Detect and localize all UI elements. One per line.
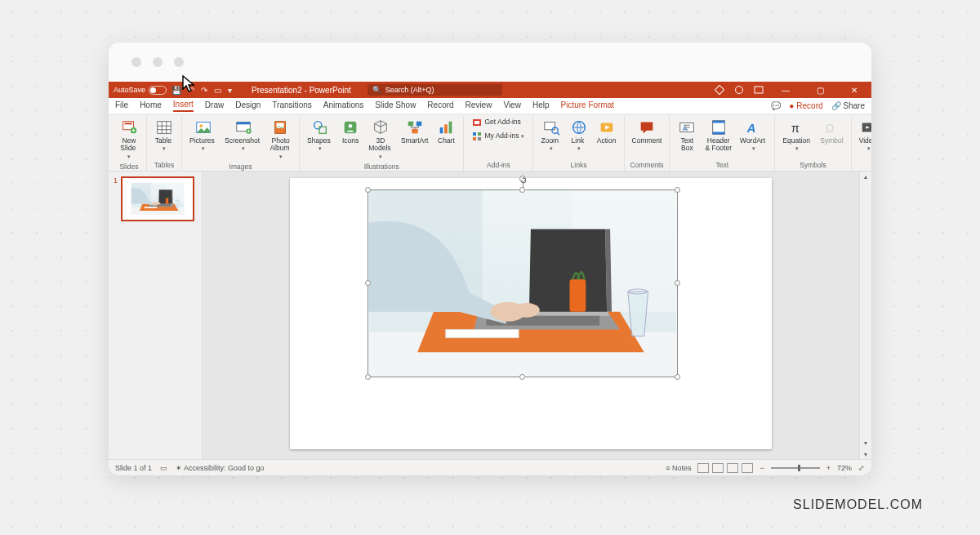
slide-canvas[interactable] bbox=[203, 172, 859, 459]
resize-handle-nw[interactable] bbox=[365, 187, 371, 193]
resize-handle-ne[interactable] bbox=[675, 187, 680, 193]
tab-draw[interactable]: Draw bbox=[205, 100, 224, 111]
comments-pane-icon[interactable]: 💬 bbox=[771, 101, 781, 110]
svg-rect-0 bbox=[715, 85, 724, 94]
svg-rect-27 bbox=[478, 132, 481, 136]
traffic-close-icon[interactable] bbox=[131, 57, 141, 67]
ribbon-group-images: Pictures ▾Screenshot ▾Photo Album ▾Image… bbox=[182, 116, 300, 171]
selection-rect[interactable] bbox=[368, 189, 678, 377]
tab-home[interactable]: Home bbox=[140, 100, 162, 111]
tab-design[interactable]: Design bbox=[235, 100, 261, 111]
resize-handle-s[interactable] bbox=[519, 374, 525, 380]
equation-button[interactable]: πEquation ▾ bbox=[779, 116, 815, 154]
minimize-button[interactable]: — bbox=[773, 86, 798, 95]
wordart-button[interactable]: AWordArt ▾ bbox=[737, 116, 770, 154]
svg-rect-25 bbox=[474, 121, 479, 124]
text-box-button[interactable]: AText Box bbox=[674, 116, 700, 155]
slide[interactable] bbox=[290, 178, 772, 449]
language-icon[interactable]: ▭ bbox=[160, 464, 167, 472]
inserted-picture[interactable] bbox=[368, 190, 677, 377]
notes-button[interactable]: ≡ Notes bbox=[666, 464, 691, 472]
rotation-handle[interactable] bbox=[519, 176, 526, 182]
normal-view-icon[interactable] bbox=[697, 463, 709, 473]
symbol-icon: Ω bbox=[823, 118, 841, 136]
tab-record[interactable]: Record bbox=[427, 100, 453, 111]
header-footer-button[interactable]: Header & Footer bbox=[702, 116, 735, 155]
resize-handle-n[interactable] bbox=[519, 187, 525, 193]
tab-transitions[interactable]: Transitions bbox=[272, 100, 312, 111]
search-icon: 🔍 bbox=[372, 86, 381, 94]
tab-view[interactable]: View bbox=[503, 100, 521, 111]
new-slide-button[interactable]: New Slide ▾ bbox=[116, 116, 142, 163]
coming-soon-icon[interactable] bbox=[734, 85, 744, 95]
traffic-min-icon[interactable] bbox=[153, 57, 163, 67]
table-button[interactable]: Table ▾ bbox=[151, 116, 177, 154]
tab-review[interactable]: Review bbox=[466, 100, 492, 111]
sorter-view-icon[interactable] bbox=[712, 463, 724, 473]
video-button[interactable]: Video ▾ bbox=[856, 116, 871, 154]
shapes-button[interactable]: Shapes ▾ bbox=[304, 116, 336, 154]
tab-file[interactable]: File bbox=[115, 100, 128, 111]
chevron-down-icon: ▾ bbox=[752, 145, 755, 152]
text-box-icon: A bbox=[678, 118, 696, 136]
traffic-max-icon[interactable] bbox=[174, 57, 184, 67]
symbol-button[interactable]: ΩSymbol bbox=[817, 116, 846, 147]
resize-handle-w[interactable] bbox=[365, 280, 371, 286]
tab-insert[interactable]: Insert bbox=[173, 100, 194, 112]
tab-picture-format[interactable]: Picture Format bbox=[560, 100, 614, 111]
fit-to-window-icon[interactable]: ⤢ bbox=[858, 464, 865, 472]
get-addins-button[interactable]: Get Add-ins bbox=[468, 116, 528, 129]
slideshow-icon[interactable]: ▭ bbox=[214, 86, 221, 95]
vertical-scrollbar[interactable]: ▴ ▾ ▾ bbox=[859, 172, 871, 459]
photo-album-button[interactable]: Photo Album ▾ bbox=[266, 116, 294, 163]
action-button[interactable]: Action bbox=[594, 116, 620, 147]
comment-button[interactable]: Comment bbox=[629, 116, 666, 147]
thumbnail-pane[interactable]: 1 bbox=[109, 172, 203, 459]
svg-rect-28 bbox=[473, 137, 476, 140]
zoom-in-button[interactable]: + bbox=[826, 464, 831, 472]
zoom-level[interactable]: 72% bbox=[837, 464, 852, 472]
slide-counter[interactable]: Slide 1 of 1 bbox=[115, 464, 152, 472]
chevron-down-icon: ▾ bbox=[242, 145, 245, 152]
scroll-down-icon[interactable]: ▾ bbox=[860, 438, 871, 448]
autosave-toggle[interactable]: AutoSave bbox=[114, 86, 167, 95]
zoom-slider[interactable] bbox=[771, 467, 820, 469]
search-box[interactable]: 🔍 Search (Alt+Q) bbox=[368, 84, 502, 96]
qat-more-icon[interactable]: ▾ bbox=[228, 86, 232, 95]
icons-button[interactable]: Icons bbox=[337, 116, 363, 147]
screenshot-button[interactable]: Screenshot ▾ bbox=[221, 116, 265, 154]
autosave-switch-icon[interactable] bbox=[149, 86, 167, 95]
pictures-button[interactable]: Pictures ▾ bbox=[186, 116, 220, 154]
reading-view-icon[interactable] bbox=[727, 463, 738, 473]
diamond-icon[interactable] bbox=[715, 85, 724, 95]
shapes-icon bbox=[311, 118, 329, 136]
tab-slideshow[interactable]: Slide Show bbox=[375, 100, 416, 111]
scroll-next-icon[interactable]: ▾ bbox=[860, 449, 871, 459]
resize-handle-sw[interactable] bbox=[365, 374, 371, 380]
maximize-button[interactable]: ▢ bbox=[808, 86, 832, 95]
smartart-button[interactable]: SmartArt bbox=[398, 116, 432, 147]
ribbon-mode-icon[interactable] bbox=[754, 85, 764, 95]
link-button[interactable]: Link ▾ bbox=[566, 116, 592, 154]
record-button[interactable]: Record bbox=[789, 101, 822, 110]
zoom-button[interactable]: Zoom ▾ bbox=[537, 116, 564, 154]
svg-text:A: A bbox=[746, 122, 755, 135]
svg-rect-38 bbox=[712, 132, 724, 135]
tab-animations[interactable]: Animations bbox=[323, 100, 363, 111]
undo-icon[interactable]: ↶ bbox=[188, 86, 194, 95]
redo-icon[interactable]: ↷ bbox=[201, 86, 207, 95]
zoom-out-button[interactable]: − bbox=[760, 464, 764, 472]
resize-handle-e[interactable] bbox=[675, 280, 680, 286]
save-icon[interactable]: 💾 bbox=[172, 86, 181, 95]
chart-button[interactable]: Chart bbox=[433, 116, 459, 147]
my-addins-button[interactable]: My Add-ins▾ bbox=[468, 130, 528, 143]
3d-models-button[interactable]: 3D Models ▾ bbox=[365, 116, 396, 163]
tab-help[interactable]: Help bbox=[532, 100, 550, 111]
share-button[interactable]: 🔗 Share bbox=[831, 101, 865, 110]
accessibility-status[interactable]: ✶ Accessibility: Good to go bbox=[176, 464, 265, 472]
group-label: Slides bbox=[116, 163, 142, 172]
slideshow-view-icon[interactable] bbox=[742, 463, 753, 473]
close-button[interactable]: ✕ bbox=[842, 86, 866, 95]
resize-handle-se[interactable] bbox=[675, 374, 680, 380]
slide-thumbnail[interactable]: 1 bbox=[114, 176, 197, 221]
